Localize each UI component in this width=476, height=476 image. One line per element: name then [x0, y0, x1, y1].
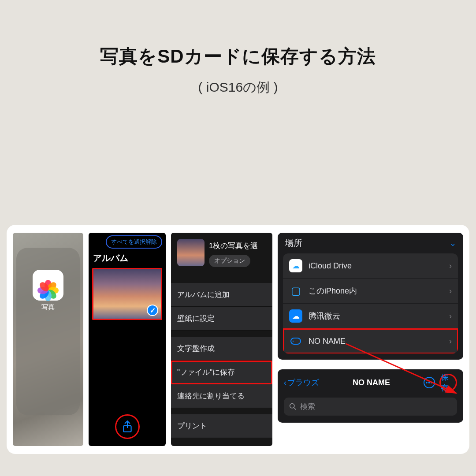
chevron-right-icon: › [449, 286, 452, 296]
save-button[interactable]: 保存 [439, 374, 457, 391]
browse-title: NO NAME [353, 378, 390, 387]
album-heading: アルバム [93, 252, 128, 264]
panel-album: すべてを選択解除 アルバム ✓ [89, 233, 166, 446]
photo-thumbnail[interactable]: ✓ [92, 268, 162, 320]
location-label: iCloud Drive [309, 261, 352, 271]
drive-icon [289, 335, 302, 348]
share-icon [122, 420, 133, 433]
chevron-down-icon[interactable]: ⌄ [450, 238, 456, 248]
locations-list: ☁ iCloud Drive › ▢ このiPhone内 › ☁ 腾讯微云 › [283, 253, 458, 353]
location-label: NO NAME [309, 337, 346, 346]
share-menu: アルバムに追加 壁紙に設定 文字盤作成 "ファイル"に保存 連絡先に割り当てる … [171, 283, 272, 438]
photos-app-label: 写真 [13, 303, 83, 312]
location-tencent[interactable]: ☁ 腾讯微云 › [283, 304, 458, 329]
more-button[interactable]: ••• [424, 377, 435, 388]
chevron-left-icon: ‹ [284, 378, 286, 387]
svg-point-3 [290, 404, 294, 408]
panel-files: 場所 ⌄ ☁ iCloud Drive › ▢ このiPhone内 › ☁ 腾讯… [278, 233, 463, 446]
chevron-right-icon: › [449, 261, 452, 271]
location-iphone[interactable]: ▢ このiPhone内 › [283, 279, 458, 304]
sheet-thumbnail [177, 239, 205, 266]
tutorial-stage: 写真 すべてを選択解除 アルバム ✓ 1枚の写真を選 オプション アルバムに追加… [7, 225, 469, 454]
menu-save-to-files[interactable]: "ファイル"に保存 [171, 361, 272, 384]
browse-card: ‹ ブラウズ NO NAME ••• 保存 検索 [278, 369, 463, 423]
locations-heading: 場所 [285, 237, 302, 249]
page-subtitle: ( iOS16の例 ) [0, 78, 476, 97]
location-label: このiPhone内 [309, 286, 357, 296]
tencent-cloud-icon: ☁ [289, 309, 302, 323]
save-label: 保存 [441, 372, 456, 393]
svg-rect-1 [291, 338, 301, 344]
menu-create-watchface[interactable]: 文字盤作成 [171, 337, 272, 361]
page-title: 写真をSDカードに保存する方法 [0, 44, 476, 69]
locations-card: 場所 ⌄ ☁ iCloud Drive › ▢ このiPhone内 › ☁ 腾讯… [278, 233, 463, 360]
options-button[interactable]: オプション [209, 255, 250, 267]
location-noname[interactable]: NO NAME › [283, 329, 458, 353]
svg-line-4 [294, 408, 296, 409]
ellipsis-icon: ••• [426, 379, 433, 386]
search-icon [289, 403, 297, 410]
search-placeholder: 検索 [300, 402, 315, 412]
location-icloud[interactable]: ☁ iCloud Drive › [283, 253, 458, 279]
deselect-all-button[interactable]: すべてを選択解除 [106, 235, 162, 249]
svg-point-2 [293, 341, 294, 342]
selection-check-icon: ✓ [147, 305, 158, 316]
search-input[interactable]: 検索 [284, 398, 457, 416]
icloud-icon: ☁ [289, 259, 302, 272]
menu-set-wallpaper[interactable]: 壁紙に設定 [171, 307, 272, 331]
location-label: 腾讯微云 [309, 311, 340, 321]
chevron-right-icon: › [449, 337, 452, 346]
share-button[interactable] [115, 414, 140, 439]
back-button[interactable]: ‹ ブラウズ [284, 377, 319, 388]
photos-flower-icon [39, 276, 57, 294]
menu-print[interactable]: プリント [171, 414, 272, 438]
chevron-right-icon: › [449, 312, 452, 321]
iphone-icon: ▢ [289, 284, 302, 298]
panel-share-sheet: 1枚の写真を選 オプション アルバムに追加 壁紙に設定 文字盤作成 "ファイル"… [171, 233, 272, 446]
photos-app-icon[interactable] [33, 270, 63, 301]
panel-home: 写真 [13, 233, 83, 446]
sheet-title: 1枚の写真を選 [209, 241, 258, 251]
back-label: ブラウズ [287, 377, 319, 388]
menu-add-to-album[interactable]: アルバムに追加 [171, 283, 272, 307]
menu-assign-contact[interactable]: 連絡先に割り当てる [171, 384, 272, 408]
